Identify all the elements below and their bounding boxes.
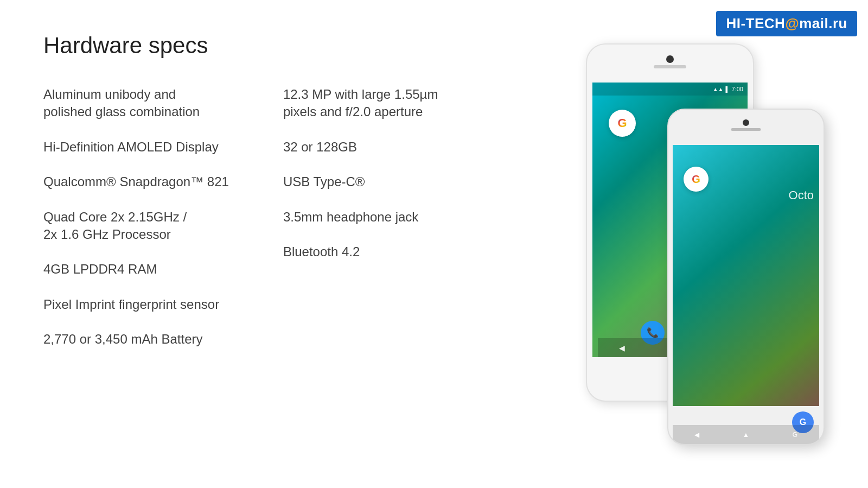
phone-small: G Octo G ◀ ▲ G [667,109,825,445]
battery-icon: ▌ [725,86,729,92]
spec-item-r1: 12.3 MP with large 1.55µmpixels and f/2.… [283,86,438,121]
spec-item-5: 4GB LPDDR4 RAM [43,261,229,278]
page-container: HI-TECH@mail.ru Hardware specs Aluminum … [0,0,868,488]
status-bar: ▲▲ ▌ 7:00 [592,83,748,96]
spec-item-1: Aluminum unibody andpolished glass combi… [43,86,229,121]
small-recents-button: G [793,431,797,439]
small-home-button: ▲ [743,431,749,439]
phone-small-date-text: Octo [789,188,814,202]
status-time: 7:00 [732,86,743,92]
phone-small-camera-icon [743,119,749,126]
specs-column-right: 12.3 MP with large 1.55µmpixels and f/2.… [283,86,438,366]
signal-icon: ▲▲ [713,86,724,92]
spec-item-7: 2,770 or 3,450 mAh Battery [43,331,229,348]
specs-column-left: Aluminum unibody andpolished glass combi… [43,86,229,366]
spec-item-r5: Bluetooth 4.2 [283,243,438,261]
phone-icon: 📞 [647,327,659,339]
spec-item-3: Qualcomm® Snapdragon™ 821 [43,173,229,191]
phone-small-navbar: ◀ ▲ G [673,425,819,444]
phone-large-camera-icon [666,55,674,63]
spec-item-r4: 3.5mm headphone jack [283,208,438,226]
small-back-button: ◀ [694,431,699,439]
phone-small-speaker [731,128,761,131]
spec-item-4: Quad Core 2x 2.15GHz /2x 1.6 GHz Process… [43,208,229,244]
spec-item-r2: 32 or 128GB [283,138,438,156]
spec-item-r3: USB Type-C® [283,173,438,191]
phone-large-speaker [654,65,686,68]
back-button: ◀ [619,344,625,352]
phone-small-screen: G Octo [673,145,819,406]
spec-item-2: Hi-Definition AMOLED Display [43,138,229,156]
google-g-logo-large: G [609,110,636,137]
google-g-icon: G [617,116,627,130]
google-g-small-icon: G [692,173,700,186]
google-g-logo-small: G [684,167,709,192]
spec-item-6: Pixel Imprint fingerprint sensor [43,296,229,313]
phones-container: ▲▲ ▌ 7:00 G 📞 💬 ◀ [553,0,868,488]
